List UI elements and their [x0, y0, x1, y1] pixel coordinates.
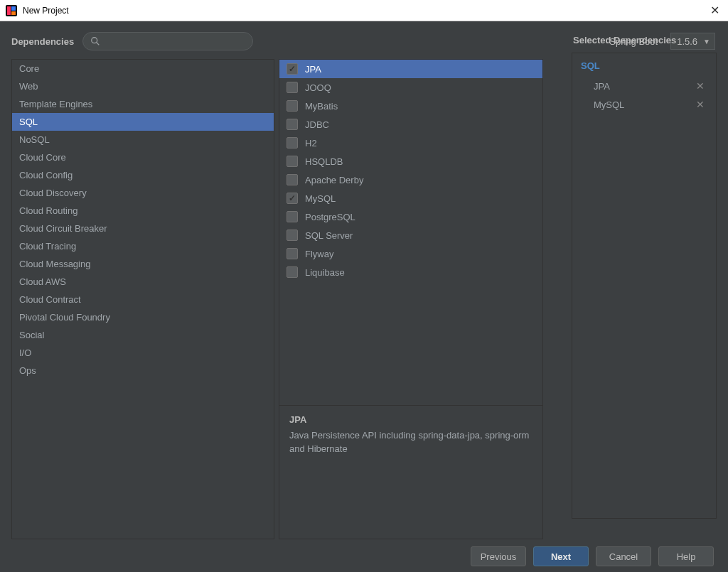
- dependency-item[interactable]: MyBatis: [279, 97, 542, 115]
- category-item[interactable]: NoSQL: [12, 131, 274, 149]
- dependency-item[interactable]: SQL Server: [279, 226, 542, 244]
- category-item[interactable]: Cloud Circuit Breaker: [12, 220, 274, 237]
- selected-item: JPA✕: [581, 77, 707, 95]
- search-box[interactable]: [82, 32, 253, 50]
- selected-dependencies-panel: SQL JPA✕MySQL✕: [572, 53, 717, 519]
- category-item[interactable]: Template Engines: [12, 95, 274, 113]
- search-icon: [90, 36, 100, 46]
- dependency-checkbox[interactable]: [287, 248, 298, 259]
- dependency-label: HSQLDB: [305, 156, 343, 167]
- dependency-label: JDBC: [305, 119, 329, 130]
- description-panel: JPA Java Persistence API including sprin…: [279, 406, 543, 539]
- category-item[interactable]: Ops: [12, 362, 274, 379]
- svg-rect-3: [11, 11, 16, 15]
- selected-dependencies-title: Selected Dependencies: [572, 35, 717, 45]
- category-item[interactable]: Cloud Routing: [12, 202, 274, 220]
- app-icon: [6, 5, 17, 16]
- dependency-item[interactable]: JOOQ: [279, 78, 542, 97]
- category-list[interactable]: CoreWebTemplate EnginesSQLNoSQLCloud Cor…: [11, 59, 274, 539]
- category-item[interactable]: I/O: [12, 344, 274, 362]
- category-item[interactable]: Cloud Messaging: [12, 255, 274, 273]
- window-title: New Project: [23, 6, 707, 16]
- dependency-item[interactable]: JDBC: [279, 115, 542, 134]
- dependency-label: Flyway: [305, 249, 333, 259]
- category-item[interactable]: Cloud Contract: [12, 291, 274, 308]
- dependency-label: H2: [305, 138, 317, 149]
- dependency-checkbox[interactable]: [287, 174, 298, 185]
- dependency-label: MySQL: [305, 193, 336, 204]
- dependency-item[interactable]: HSQLDB: [279, 152, 542, 171]
- category-item[interactable]: Pivotal Cloud Foundry: [12, 308, 274, 326]
- dependency-label: Liquibase: [305, 267, 345, 278]
- description-title: JPA: [289, 414, 532, 425]
- dependency-checkbox[interactable]: [287, 82, 298, 93]
- dependency-item[interactable]: Apache Derby: [279, 171, 542, 189]
- close-button[interactable]: ✕: [707, 4, 722, 17]
- category-item[interactable]: Cloud Discovery: [12, 184, 274, 202]
- dependency-label: JOOQ: [305, 82, 331, 93]
- category-item[interactable]: Social: [12, 326, 274, 344]
- svg-point-4: [92, 38, 97, 43]
- dependency-checkbox[interactable]: [287, 156, 298, 167]
- svg-rect-1: [7, 6, 11, 15]
- dependency-checkbox[interactable]: [287, 63, 298, 75]
- dependency-label: PostgreSQL: [305, 212, 355, 222]
- selected-item: MySQL✕: [581, 95, 707, 114]
- category-item[interactable]: Cloud Core: [12, 149, 274, 166]
- dependency-checkbox[interactable]: [287, 230, 298, 241]
- dependency-list[interactable]: JPAJOOQMyBatisJDBCH2HSQLDBApache DerbyMy…: [279, 59, 543, 406]
- dependency-checkbox[interactable]: [287, 119, 298, 130]
- dependency-checkbox[interactable]: [287, 193, 298, 204]
- dependency-label: SQL Server: [305, 230, 353, 241]
- dependency-checkbox[interactable]: [287, 137, 298, 149]
- cancel-button[interactable]: Cancel: [596, 546, 651, 566]
- svg-rect-2: [11, 6, 16, 11]
- category-item[interactable]: Cloud AWS: [12, 273, 274, 291]
- category-item[interactable]: Cloud Tracing: [12, 237, 274, 255]
- dependency-label: MyBatis: [305, 101, 338, 112]
- button-row: Previous Next Cancel Help: [6, 539, 722, 566]
- dependency-item[interactable]: Flyway: [279, 244, 542, 263]
- dependency-checkbox[interactable]: [287, 266, 298, 278]
- category-item[interactable]: Cloud Config: [12, 166, 274, 184]
- selected-group-title: SQL: [581, 60, 707, 71]
- titlebar: New Project ✕: [0, 0, 728, 21]
- previous-button[interactable]: Previous: [471, 546, 526, 566]
- dependency-checkbox[interactable]: [287, 211, 298, 222]
- dependency-item[interactable]: PostgreSQL: [279, 207, 542, 226]
- remove-icon[interactable]: ✕: [693, 99, 707, 110]
- dependency-item[interactable]: MySQL: [279, 189, 542, 207]
- selected-item-label: JPA: [594, 81, 693, 92]
- dependency-item[interactable]: JPA: [279, 60, 542, 78]
- search-input[interactable]: [105, 36, 245, 47]
- remove-icon[interactable]: ✕: [693, 80, 707, 92]
- svg-line-5: [97, 43, 100, 45]
- dependency-label: JPA: [305, 64, 321, 75]
- description-text: Java Persistence API including spring-da…: [289, 429, 532, 456]
- dependency-item[interactable]: H2: [279, 134, 542, 152]
- category-item[interactable]: SQL: [12, 113, 274, 131]
- category-item[interactable]: Web: [12, 77, 274, 95]
- category-item[interactable]: Core: [12, 60, 274, 77]
- help-button[interactable]: Help: [658, 546, 714, 566]
- next-button[interactable]: Next: [533, 546, 589, 566]
- dependency-checkbox[interactable]: [287, 100, 298, 112]
- dependency-item[interactable]: Liquibase: [279, 263, 542, 281]
- dependency-label: Apache Derby: [305, 175, 363, 185]
- dependencies-label: Dependencies: [11, 36, 74, 47]
- selected-item-label: MySQL: [594, 99, 693, 110]
